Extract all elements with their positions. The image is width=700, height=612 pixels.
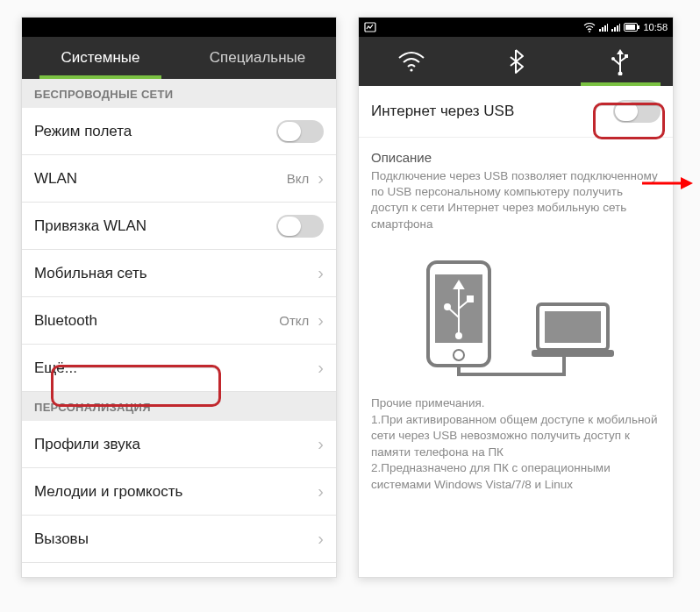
description-title: Описание	[371, 150, 661, 165]
svg-point-15	[611, 57, 615, 60]
tab-special[interactable]: Специальные	[179, 37, 336, 79]
mobile-label: Мобильная сеть	[34, 265, 147, 282]
chevron-right-icon: ›	[318, 529, 324, 549]
signal2-icon	[611, 23, 620, 32]
notes-title: Прочие примечания.	[371, 395, 661, 412]
row-airplane[interactable]: Режим полета	[22, 108, 336, 155]
row-usb-internet[interactable]: Интернет через USB	[359, 86, 673, 138]
statusbar-right: 10:58	[359, 18, 673, 37]
profiles-label: Профили звука	[34, 436, 140, 453]
svg-rect-4	[604, 25, 606, 32]
row-calls[interactable]: Вызовы ›	[22, 516, 336, 563]
usb-body: Интернет через USB Описание Подключение …	[359, 86, 673, 577]
battery-icon	[624, 23, 639, 32]
phone-left: Системные Специальные БЕСПРОВОДНЫЕ СЕТИ …	[21, 17, 337, 578]
chevron-right-icon: ›	[318, 434, 324, 454]
tab-special-label: Специальные	[210, 49, 305, 67]
bluetooth-state: Откл	[279, 313, 309, 328]
note-2: 2.Предназначено для ПК с операционными с…	[371, 460, 661, 493]
statusbar-left	[22, 18, 336, 37]
svg-point-17	[618, 72, 623, 76]
bluetooth-label: Bluetooth	[34, 312, 97, 330]
row-bluetooth[interactable]: Bluetooth Откл ›	[22, 297, 336, 345]
svg-marker-29	[681, 177, 693, 189]
description-block: Описание Подключение через USB позволяет…	[359, 138, 673, 232]
wlan-tether-label: Привязка WLAN	[34, 217, 146, 235]
svg-rect-16	[625, 54, 628, 58]
calls-label: Вызовы	[34, 530, 89, 548]
screenshot-icon	[364, 22, 376, 32]
signal1-icon	[599, 23, 608, 32]
svg-rect-2	[599, 29, 601, 32]
bluetooth-icon	[507, 48, 525, 75]
airplane-toggle[interactable]	[276, 120, 324, 143]
svg-rect-26	[545, 311, 601, 343]
chevron-right-icon: ›	[318, 358, 324, 378]
wlan-tether-toggle[interactable]	[276, 215, 324, 238]
section-wireless: БЕСПРОВОДНЫЕ СЕТИ	[22, 79, 336, 108]
svg-rect-24	[468, 296, 473, 302]
wifi-icon	[583, 23, 596, 32]
more-label: Ещё...	[34, 359, 77, 377]
tab-system-label: Системные	[61, 49, 139, 67]
svg-rect-3	[602, 27, 604, 32]
section-personalization-label: ПЕРСОНАЛИЗАЦИЯ	[34, 401, 151, 414]
row-wlan-tether[interactable]: Привязка WLAN	[22, 203, 336, 250]
wlan-label: WLAN	[34, 170, 77, 188]
svg-marker-14	[617, 49, 624, 54]
row-more[interactable]: Ещё... ›	[22, 345, 336, 392]
usb-internet-label: Интернет через USB	[371, 103, 514, 120]
usb-icon	[610, 47, 631, 75]
section-personalization: ПЕРСОНАЛИЗАЦИЯ	[22, 392, 336, 421]
tab-usb[interactable]	[568, 37, 673, 86]
clock-label: 10:58	[643, 22, 668, 32]
tab-wifi[interactable]	[359, 37, 463, 86]
chevron-right-icon: ›	[318, 263, 324, 283]
description-text: Подключение через USB позволяет подключе…	[371, 168, 661, 232]
note-1: 1.При активированном общем доступе к моб…	[371, 412, 661, 461]
wifi-icon	[396, 50, 426, 73]
section-wireless-label: БЕСПРОВОДНЫЕ СЕТИ	[34, 88, 173, 101]
svg-rect-12	[625, 25, 635, 30]
wlan-state: Вкл	[287, 171, 310, 186]
notes-block: Прочие примечания. 1.При активированном …	[359, 395, 673, 506]
svg-point-1	[589, 31, 591, 32]
airplane-label: Режим полета	[34, 123, 132, 140]
svg-point-13	[410, 68, 412, 71]
usb-illustration	[359, 243, 673, 392]
phone-right: 10:58 Интернет через USB	[358, 17, 674, 578]
row-mobile[interactable]: Мобильная сеть ›	[22, 250, 336, 297]
row-profiles[interactable]: Профили звука ›	[22, 421, 336, 468]
row-security[interactable]: Безопасность	[22, 563, 336, 578]
svg-rect-8	[617, 25, 618, 32]
svg-rect-6	[611, 29, 613, 32]
chevron-right-icon: ›	[318, 310, 324, 331]
svg-point-22	[456, 333, 461, 338]
tab-system[interactable]: Системные	[22, 37, 179, 79]
svg-point-23	[445, 304, 450, 310]
row-sound[interactable]: Мелодии и громкость ›	[22, 468, 336, 516]
svg-rect-9	[619, 24, 620, 32]
svg-rect-11	[638, 25, 639, 29]
chevron-right-icon: ›	[318, 481, 324, 502]
usb-internet-toggle[interactable]	[613, 100, 661, 123]
sound-label: Мелодии и громкость	[34, 483, 182, 501]
svg-rect-5	[607, 24, 608, 32]
svg-rect-7	[614, 27, 616, 32]
row-wlan[interactable]: WLAN Вкл ›	[22, 155, 336, 203]
icon-tabs	[359, 37, 673, 86]
tab-bluetooth[interactable]	[463, 37, 568, 86]
svg-rect-27	[532, 350, 614, 357]
tabs-header: Системные Специальные	[22, 37, 336, 79]
chevron-right-icon: ›	[318, 168, 324, 189]
